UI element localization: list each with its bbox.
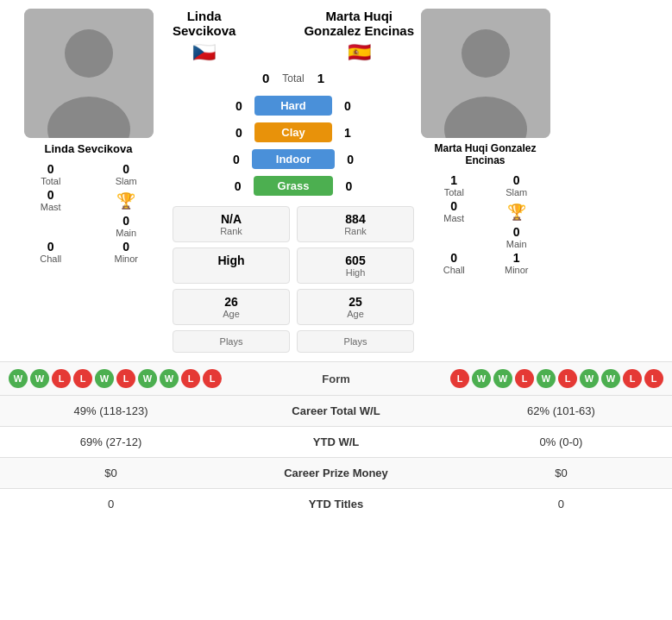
right-trophy-icon: 🏆 (490, 201, 544, 223)
left-total-stat: 0 Total (17, 162, 85, 186)
left-rank-value: N/A (221, 212, 242, 226)
left-rank-box: N/A Rank (173, 206, 290, 242)
left-form-5: W (95, 369, 114, 388)
right-form-4: L (515, 369, 534, 388)
clay-button[interactable]: Clay (254, 122, 332, 142)
grass-left-score: 0 (229, 179, 247, 193)
right-flag: 🇪🇸 (348, 41, 371, 64)
right-minor-stat: 1 Minor (490, 251, 544, 275)
right-form-3: W (493, 369, 512, 388)
right-age-box: 25 Age (297, 289, 414, 325)
total-row: 0 Total 1 (262, 71, 324, 85)
left-chall-stat: 0 Chall (17, 240, 85, 264)
right-main-stat: 0 Main (490, 225, 544, 249)
hard-surface-row: 0 Hard 0 (168, 96, 418, 116)
left-trophy-icon: 🏆 (93, 190, 160, 212)
left-player-stats: 0 Total 0 Slam 0 Mast 🏆 0 Main 0 (9, 162, 168, 264)
left-age-label: Age (223, 309, 240, 319)
right-form-9: L (623, 369, 642, 388)
left-form-10: L (203, 369, 222, 388)
right-prize-money: $0 (450, 458, 672, 489)
right-rank-value: 884 (345, 212, 365, 226)
right-header-name: Marta HuqiGonzalez Encinas (304, 9, 414, 38)
top-section: Linda Sevcikova 0 Total 0 Slam 0 Mast 🏆 … (0, 0, 672, 361)
right-form-8: W (601, 369, 620, 388)
right-chall-stat: 0 Chall (427, 251, 481, 275)
right-player-stats: 1 Total 0 Slam 0 Mast 🏆 0 Main 0 (418, 173, 552, 275)
form-section: W W L L W L W W L L Form L W W L W L W W… (0, 361, 672, 395)
right-rank-label: Rank (344, 226, 367, 236)
right-plays-label: Plays (344, 336, 367, 347)
right-player-card: Marta Huqi Gonzalez Encinas 1 Total 0 Sl… (418, 9, 552, 353)
left-player-avatar (24, 9, 154, 138)
right-age-value: 25 (349, 295, 362, 309)
indoor-surface-row: 0 Indoor 0 (168, 149, 418, 169)
left-age-value: 26 (224, 295, 238, 309)
left-age-box: 26 Age (173, 289, 290, 325)
clay-right-score: 1 (339, 126, 356, 140)
left-form-badges: W W L L W L W W L L (9, 369, 222, 388)
left-form-3: L (52, 369, 71, 388)
right-form-2: W (472, 369, 491, 388)
right-form-10: L (644, 369, 663, 388)
career-total-row: 49% (118-123) Career Total W/L 62% (101-… (0, 396, 672, 427)
left-form-9: L (181, 369, 200, 388)
right-player-avatar (421, 9, 550, 138)
stats-table: 49% (118-123) Career Total W/L 62% (101-… (0, 395, 672, 519)
left-mast-stat: 0 Mast (17, 188, 85, 212)
left-plays-label: Plays (220, 336, 243, 347)
right-form-6: L (558, 369, 577, 388)
left-slam-stat: 0 Slam (93, 162, 160, 186)
grass-button[interactable]: Grass (254, 176, 334, 196)
left-form-6: L (116, 369, 135, 388)
left-career-total: 49% (118-123) (0, 396, 222, 427)
left-high-box: High (173, 247, 290, 284)
left-ytd-titles: 0 (0, 489, 222, 520)
prize-money-row: $0 Career Prize Money $0 (0, 458, 672, 489)
left-player-card: Linda Sevcikova 0 Total 0 Slam 0 Mast 🏆 … (9, 9, 168, 353)
right-ytd-wl: 0% (0-0) (450, 427, 672, 458)
hard-right-score: 0 (339, 99, 356, 113)
clay-left-score: 0 (230, 126, 248, 140)
prize-money-label: Career Prize Money (222, 458, 450, 489)
left-form-7: W (138, 369, 157, 388)
ytd-titles-label: YTD Titles (222, 489, 450, 520)
ytd-titles-row: 0 YTD Titles 0 (0, 489, 672, 520)
left-plays-box: Plays (173, 330, 290, 353)
total-label: Total (282, 72, 304, 85)
center-column: LindaSevcikova 🇨🇿 Marta HuqiGonzalez Enc… (168, 9, 418, 353)
right-slam-stat: 0 Slam (490, 173, 544, 197)
right-form-7: W (580, 369, 599, 388)
left-minor-stat: 0 Minor (93, 240, 160, 264)
right-high-value: 605 (345, 254, 365, 267)
form-label: Form (322, 373, 350, 385)
career-total-label: Career Total W/L (222, 396, 450, 427)
right-high-label: High (346, 267, 366, 278)
clay-surface-row: 0 Clay 1 (168, 122, 418, 142)
left-prize-money: $0 (0, 458, 222, 489)
right-high-box: 605 High (297, 247, 414, 284)
right-form-1: L (450, 369, 469, 388)
right-form-badges: L W W L W L W W L L (450, 369, 663, 388)
hard-button[interactable]: Hard (254, 96, 332, 116)
left-main-stat: 0 Main (93, 214, 160, 238)
left-form-4: L (73, 369, 92, 388)
left-player-name: Linda Sevcikova (45, 142, 133, 155)
right-plays-box: Plays (297, 330, 414, 353)
left-rank-label: Rank (220, 226, 242, 236)
left-form-1: W (9, 369, 28, 388)
svg-point-4 (462, 29, 510, 78)
right-career-total: 62% (101-63) (450, 396, 672, 427)
left-flag: 🇨🇿 (192, 41, 216, 64)
grass-right-score: 0 (340, 179, 357, 193)
grass-surface-row: 0 Grass 0 (168, 176, 418, 196)
right-rank-box: 884 Rank (297, 206, 414, 242)
indoor-left-score: 0 (228, 153, 245, 166)
right-mast-stat: 0 Mast (427, 199, 481, 223)
right-total-score: 1 (317, 71, 324, 85)
right-age-label: Age (347, 309, 364, 319)
indoor-button[interactable]: Indoor (252, 149, 335, 169)
left-form-2: W (30, 369, 49, 388)
left-total-score: 0 (262, 71, 269, 85)
left-header-name: LindaSevcikova (173, 9, 236, 38)
